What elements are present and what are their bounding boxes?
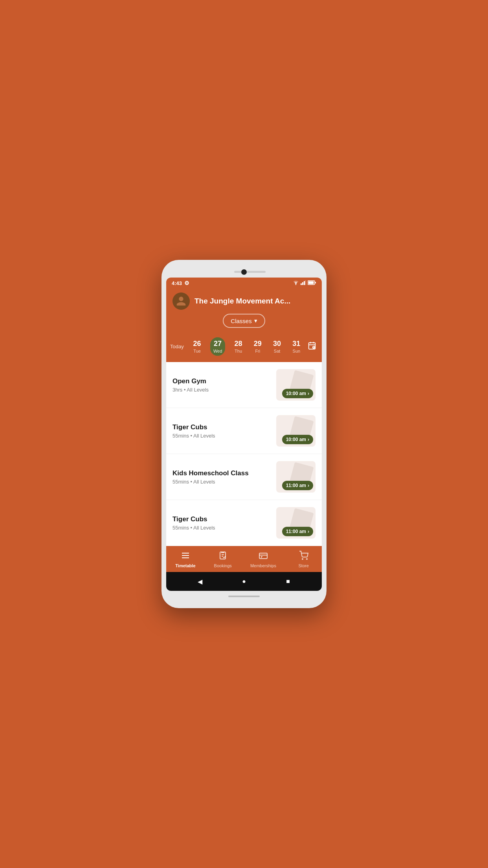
timetable-label: Timetable: [175, 563, 195, 568]
nav-item-memberships[interactable]: Memberships: [246, 549, 281, 570]
class-thumbnail: 11:00 am ›: [276, 507, 316, 539]
class-item-0[interactable]: Open Gym 3hrs • All Levels 10:00 am ›: [166, 362, 322, 408]
calendar-picker-icon[interactable]: [306, 340, 318, 353]
class-info: Open Gym 3hrs • All Levels: [172, 377, 272, 393]
class-list: Open Gym 3hrs • All Levels 10:00 am › Ti…: [166, 362, 322, 546]
bottom-home-bar: [228, 596, 260, 597]
store-icon: [299, 551, 308, 562]
nav-item-timetable[interactable]: Timetable: [171, 549, 200, 570]
status-bar: 4:43 ⚙: [166, 278, 322, 289]
class-thumbnail: 10:00 am ›: [276, 369, 316, 401]
class-name: Kids Homeschool Class: [172, 469, 272, 477]
timetable-icon: [181, 551, 190, 562]
app-title: The Jungle Movement Ac...: [194, 297, 290, 305]
bookings-icon: [218, 551, 227, 562]
time-badge[interactable]: 10:00 am ›: [282, 389, 313, 398]
svg-rect-1: [301, 283, 302, 285]
memberships-label: Memberships: [250, 563, 276, 568]
time-badge[interactable]: 11:00 am ›: [282, 527, 313, 536]
phone-top-bezel: [166, 268, 322, 278]
wifi-icon: [293, 280, 299, 286]
class-info: Tiger Cubs 55mins • All Levels: [172, 423, 272, 439]
nav-item-bookings[interactable]: Bookings: [209, 549, 237, 570]
phone-screen: 4:43 ⚙: [166, 278, 322, 591]
class-name: Tiger Cubs: [172, 515, 272, 523]
calendar-day-30[interactable]: 30 Sat: [271, 338, 283, 355]
front-camera: [241, 269, 247, 275]
class-info: Tiger Cubs 55mins • All Levels: [172, 515, 272, 531]
chevron-down-icon: ▾: [254, 317, 257, 324]
class-meta: 3hrs • All Levels: [172, 387, 272, 393]
recents-button[interactable]: ■: [283, 577, 293, 586]
time-badge[interactable]: 10:00 am ›: [282, 435, 313, 444]
header-top: The Jungle Movement Ac...: [172, 292, 316, 310]
svg-rect-6: [315, 282, 316, 283]
settings-icon: ⚙: [184, 280, 189, 286]
svg-rect-4: [305, 280, 306, 285]
app-header: The Jungle Movement Ac... Classes ▾: [166, 289, 322, 334]
svg-rect-19: [259, 553, 267, 559]
nav-item-store[interactable]: Store: [290, 549, 317, 570]
class-thumbnail: 11:00 am ›: [276, 461, 316, 493]
calendar-strip: Today 26 Tue 27 Wed 28 Thu 29 Fri 30 Sat…: [166, 334, 322, 362]
calendar-day-29[interactable]: 29 Fri: [251, 338, 264, 355]
status-time: 4:43: [172, 280, 182, 286]
class-item-2[interactable]: Kids Homeschool Class 55mins • All Level…: [166, 454, 322, 500]
calendar-day-28[interactable]: 28 Thu: [232, 338, 245, 355]
class-info: Kids Homeschool Class 55mins • All Level…: [172, 469, 272, 485]
phone-speaker: [234, 271, 266, 273]
class-meta: 55mins • All Levels: [172, 433, 272, 439]
memberships-icon: [259, 551, 268, 562]
time-badge[interactable]: 11:00 am ›: [282, 481, 313, 490]
battery-icon: [308, 280, 316, 286]
svg-point-0: [295, 284, 296, 285]
class-meta: 55mins • All Levels: [172, 479, 272, 485]
back-button[interactable]: ◀: [195, 577, 205, 586]
status-left: 4:43 ⚙: [172, 280, 189, 286]
class-item-3[interactable]: Tiger Cubs 55mins • All Levels 11:00 am …: [166, 500, 322, 546]
bookings-label: Bookings: [214, 563, 232, 568]
home-button[interactable]: ●: [239, 577, 249, 586]
calendar-day-26[interactable]: 26 Tue: [191, 338, 204, 355]
bottom-nav: Timetable Bookings Memberships Store: [166, 546, 322, 572]
avatar-icon: [176, 296, 187, 307]
calendar-day-27[interactable]: 27 Wed: [210, 337, 225, 356]
svg-point-23: [302, 559, 303, 559]
svg-rect-3: [304, 281, 305, 285]
class-thumbnail: 10:00 am ›: [276, 415, 316, 447]
classes-filter-button[interactable]: Classes ▾: [223, 314, 265, 328]
calendar-days: 26 Tue 27 Wed 28 Thu 29 Fri 30 Sat 31 Su…: [187, 337, 306, 356]
class-name: Open Gym: [172, 377, 272, 385]
class-name: Tiger Cubs: [172, 423, 272, 431]
svg-rect-7: [308, 281, 314, 284]
status-right: [293, 280, 316, 286]
svg-point-24: [306, 559, 307, 559]
phone-bottom-bezel: [166, 591, 322, 600]
avatar[interactable]: [172, 292, 190, 310]
store-label: Store: [298, 563, 308, 568]
calendar-day-31[interactable]: 31 Sun: [290, 338, 303, 355]
class-item-1[interactable]: Tiger Cubs 55mins • All Levels 10:00 am …: [166, 408, 322, 454]
phone-device: 4:43 ⚙: [161, 260, 327, 608]
android-nav-bar: ◀ ● ■: [166, 572, 322, 591]
today-label: Today: [170, 344, 187, 349]
class-meta: 55mins • All Levels: [172, 525, 272, 531]
signal-icon: [301, 280, 306, 286]
svg-rect-2: [302, 282, 303, 285]
